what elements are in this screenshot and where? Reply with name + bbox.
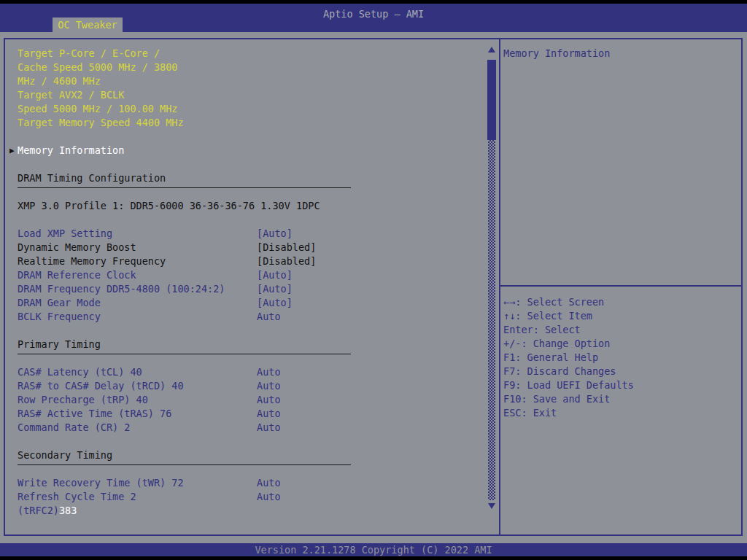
setting-row-tcl[interactable]: CAS# Latency (tCL) 40 Auto <box>5 365 499 379</box>
target-info-line: Target P-Core / E-Core / <box>18 47 160 61</box>
help-panel: Memory Information ←→: Select Screen ↑↓:… <box>500 39 741 534</box>
help-line: F10: Save and Exit <box>503 392 610 406</box>
setting-value: [Disabled] <box>257 254 316 268</box>
help-line: ESC: Exit <box>503 406 557 420</box>
trfc2-label-part: (tRFC2) <box>18 505 59 516</box>
setting-row-dram-gear-mode[interactable]: DRAM Gear Mode [Auto] <box>5 296 499 310</box>
header-bar: Aptio Setup – AMI OC Tweaker <box>0 4 747 32</box>
setting-row-bclk-frequency[interactable]: BCLK Frequency Auto <box>5 310 499 324</box>
help-line: +/-: Change Option <box>503 337 610 351</box>
setting-value: [Auto] <box>257 227 293 241</box>
setting-value: Auto <box>257 490 281 504</box>
bottom-black-strip <box>0 556 747 560</box>
submenu-label: Memory Information <box>18 144 124 158</box>
main-panel: Target P-Core / E-Core / Cache Speed 500… <box>4 38 743 536</box>
setting-label: DRAM Reference Clock <box>18 268 136 282</box>
setting-row-realtime-memory-frequency[interactable]: Realtime Memory Frequency [Disabled] <box>5 254 499 268</box>
setting-label: Refresh Cycle Time 2 <box>18 490 136 504</box>
section-divider <box>18 354 351 354</box>
section-title-primary-timing: Primary Timing <box>18 338 101 351</box>
setting-row-dynamic-memory-boost[interactable]: Dynamic Memory Boost [Disabled] <box>5 241 499 254</box>
setting-value: Auto <box>257 365 281 379</box>
help-divider <box>500 285 741 287</box>
target-info-line: Target AVX2 / BCLK <box>18 88 124 102</box>
bios-screen: Aptio Setup – AMI OC Tweaker Target P-Co… <box>0 0 747 560</box>
version-bar: Version 2.21.1278 Copyright (C) 2022 AMI <box>0 543 747 556</box>
help-line: F1: General Help <box>503 351 598 365</box>
setting-label: CAS# Latency (tCL) 40 <box>18 365 142 379</box>
setting-label: DRAM Gear Mode <box>18 296 101 310</box>
setting-value: Auto <box>257 407 281 421</box>
setting-row-trcd[interactable]: RAS# to CAS# Delay (tRCD) 40 Auto <box>5 379 499 393</box>
setting-label: BCLK Frequency <box>18 310 101 324</box>
help-line: F7: Discard Changes <box>503 365 616 378</box>
setting-row-dram-frequency[interactable]: DRAM Frequency DDR5-4800 (100:24:2) [Aut… <box>5 282 499 296</box>
trfc2-value-part: 383 <box>59 505 77 516</box>
target-info-line: Target Memory Speed 4400 MHz <box>18 116 184 130</box>
help-line: F9: Load UEFI Defaults <box>503 378 634 392</box>
setting-value: [Auto] <box>257 268 293 282</box>
setting-row-twr[interactable]: Write Recovery Time (tWR) 72 Auto <box>5 476 499 490</box>
setting-row-load-xmp[interactable]: Load XMP Setting [Auto] <box>5 227 499 241</box>
scrollbar-thumb[interactable] <box>487 60 496 140</box>
tab-label: OC Tweaker <box>58 18 117 32</box>
setting-label: RAS# to CAS# Delay (tRCD) 40 <box>18 379 184 393</box>
submenu-arrow-icon: ▶ <box>9 144 15 158</box>
section-divider <box>18 187 351 188</box>
target-info-line: Cache Speed 5000 MHz / 3800 <box>18 61 177 74</box>
setting-value: Auto <box>257 393 281 407</box>
setting-row-tras[interactable]: RAS# Active Time (tRAS) 76 Auto <box>5 407 499 421</box>
setting-value: [Auto] <box>257 296 293 310</box>
setting-label-wrapped: (tRFC2)383 <box>18 504 77 518</box>
setting-label: DRAM Frequency DDR5-4800 (100:24:2) <box>18 282 225 296</box>
scrollbar-track[interactable] <box>488 140 495 500</box>
help-line: ↑↓: Select Item <box>503 309 592 323</box>
section-divider <box>18 464 351 465</box>
setting-label: Load XMP Setting <box>18 227 112 241</box>
section-title-dram: DRAM Timing Configuration <box>18 171 166 185</box>
scrollbar-down-arrow-icon[interactable] <box>488 503 495 509</box>
settings-panel: Target P-Core / E-Core / Cache Speed 500… <box>5 39 499 534</box>
help-line: ←→: Select Screen <box>503 295 604 309</box>
setting-row-dram-reference-clock[interactable]: DRAM Reference Clock [Auto] <box>5 268 499 282</box>
setting-value: [Disabled] <box>257 241 316 254</box>
setting-label: Dynamic Memory Boost <box>18 241 136 254</box>
section-title-secondary-timing: Secondary Timing <box>18 448 112 462</box>
item-description: Memory Information <box>503 47 610 61</box>
setting-value: [Auto] <box>257 282 293 296</box>
scrollbar-up-arrow-icon[interactable] <box>488 47 495 52</box>
setting-label: Write Recovery Time (tWR) 72 <box>18 476 184 490</box>
setting-label: Realtime Memory Frequency <box>18 254 166 268</box>
setting-row-command-rate[interactable]: Command Rate (CR) 2 Auto <box>5 421 499 435</box>
setting-value: Auto <box>257 379 281 393</box>
setting-row-trp[interactable]: Row Precharge (tRP) 40 Auto <box>5 393 499 407</box>
setting-label: RAS# Active Time (tRAS) 76 <box>18 407 171 421</box>
xmp-profile-text: XMP 3.0 Profile 1: DDR5-6000 36-36-36-76… <box>18 199 320 213</box>
setting-value: Auto <box>257 421 281 435</box>
target-info-line: Speed 5000 MHz / 100.00 MHz <box>18 102 177 116</box>
setting-row-trfc2[interactable]: Refresh Cycle Time 2 Auto <box>5 490 499 504</box>
setting-label: Command Rate (CR) 2 <box>18 421 130 435</box>
target-info-line: MHz / 4600 MHz <box>18 74 101 88</box>
setting-label: Row Precharge (tRP) 40 <box>18 393 148 407</box>
help-line: Enter: Select <box>503 323 581 337</box>
menu-item-memory-information[interactable]: ▶ Memory Information <box>5 144 499 158</box>
tab-oc-tweaker[interactable]: OC Tweaker <box>53 18 123 32</box>
setting-value: Auto <box>257 476 281 490</box>
setting-value: Auto <box>257 310 281 324</box>
